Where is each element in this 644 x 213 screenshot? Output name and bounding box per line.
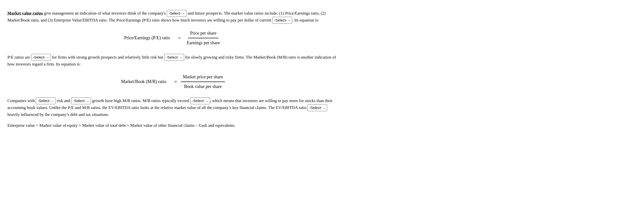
pe-paragraph: P/E ratios are -Select-⌄ for firms with …: [8, 54, 338, 68]
intro-text-1: give management an indication of what in…: [43, 11, 167, 16]
market-value-ratios-term: Market value ratios: [8, 11, 43, 16]
select-dropdown-2[interactable]: -Select-⌄: [272, 17, 292, 24]
mb-denominator: Book value per share: [182, 82, 224, 90]
select-dropdown-7[interactable]: -Select-⌄: [190, 97, 210, 104]
para2-text-1: P/E ratios are: [8, 55, 31, 60]
intro-paragraph: Market value ratios give management an i…: [8, 10, 338, 24]
mb-equation-label: Market/Book (M/B) ratio: [121, 78, 166, 85]
chevron-down-icon: ⌄: [206, 98, 208, 103]
para2-text-2: for firms with strong growth prospects a…: [51, 55, 164, 60]
para3-text-1: Companies with: [8, 98, 36, 103]
select-dropdown-5[interactable]: -Select-⌄: [36, 97, 56, 104]
mb-paragraph: Companies with -Select-⌄ risk and -Selec…: [8, 97, 338, 118]
select-dropdown-1[interactable]: -Select-⌄: [167, 10, 186, 17]
enterprise-value-paragraph: Enterprise value = Market value of equit…: [8, 122, 338, 129]
select-dropdown-3[interactable]: -Select-⌄: [31, 54, 51, 61]
intro-text-3: . Its equation is:: [292, 18, 319, 22]
select-dropdown-8[interactable]: -Select-⌄: [308, 104, 327, 111]
mb-equation-block: Market/Book (M/B) ratio = Market price p…: [8, 74, 338, 90]
select-dropdown-6[interactable]: -Select-⌄: [71, 97, 91, 104]
chevron-down-icon: ⌄: [288, 18, 290, 22]
mb-equals-sign: =: [174, 78, 177, 86]
page-container: Market value ratios give management an i…: [8, 10, 338, 129]
para3-text-5: heavily influenced by the company’s debt…: [8, 112, 109, 117]
mb-numerator: Market price per share: [181, 74, 225, 82]
chevron-down-icon: ⌄: [182, 11, 185, 16]
pe-equals-sign: =: [178, 34, 181, 42]
select-dropdown-4[interactable]: -Select-⌄: [164, 54, 184, 61]
mb-fraction: Market price per share Book value per sh…: [181, 74, 225, 90]
pe-fraction: Price per share Earnings per share: [185, 30, 222, 46]
pe-numerator: Price per share: [188, 30, 218, 38]
chevron-down-icon: ⌄: [47, 55, 49, 60]
chevron-down-icon: ⌄: [87, 98, 89, 103]
chevron-down-icon: ⌄: [323, 106, 326, 110]
para3-text-3: growth have high M/B ratios. M/B ratios …: [91, 98, 190, 103]
pe-equation-block: Price/Earnings (P/E) ratio = Price per s…: [8, 30, 338, 46]
para3-text-2: risk and: [56, 98, 71, 103]
chevron-down-icon: ⌄: [52, 98, 54, 103]
pe-denominator: Earnings per share: [185, 38, 222, 46]
chevron-down-icon: ⌄: [180, 55, 182, 60]
pe-equation-label: Price/Earnings (P/E) ratio: [124, 34, 170, 42]
